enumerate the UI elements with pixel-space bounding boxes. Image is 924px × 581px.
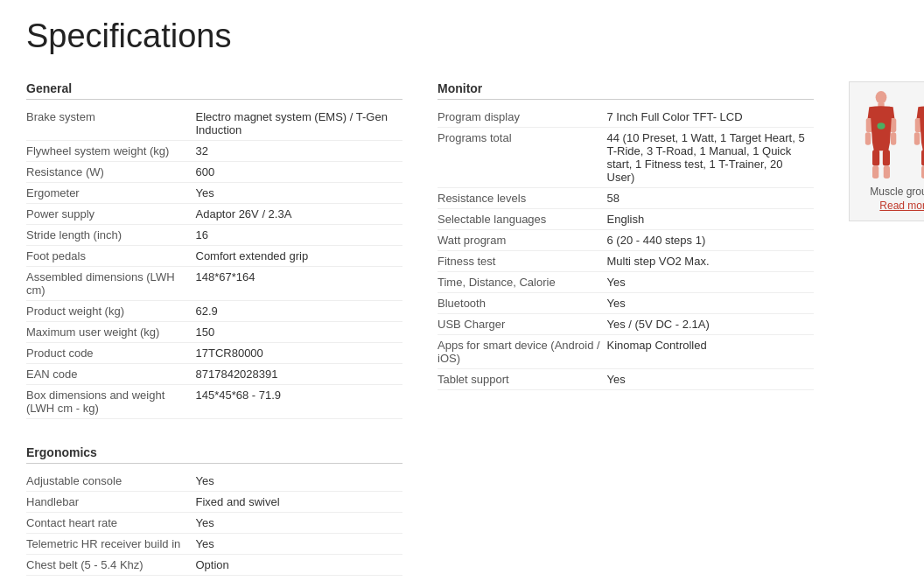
table-row: Bottle holderHolder & Bottle	[26, 576, 402, 582]
general-section-title: General	[26, 81, 402, 100]
spec-key: Tablet support	[438, 369, 607, 390]
svg-point-6	[877, 122, 885, 129]
spec-key: Resistance (W)	[26, 162, 196, 183]
ergonomics-section-title: Ergonomics	[26, 445, 402, 464]
table-row: Stride length (inch)16	[26, 225, 402, 246]
spec-value: 16	[196, 225, 403, 246]
muscle-figure	[858, 91, 924, 178]
spec-value: Option	[196, 555, 403, 576]
table-row: USB ChargerYes / (5V DC - 2.1A)	[438, 314, 814, 335]
table-row: Flywheel system weight (kg)32	[26, 141, 402, 162]
spec-value: Fixed and swivel	[196, 492, 403, 513]
svg-rect-5	[891, 132, 896, 145]
svg-rect-9	[872, 165, 878, 178]
spec-key: Ergometer	[26, 183, 196, 204]
spec-value: Adaptor 26V / 2.3A	[196, 204, 403, 225]
spec-key: Fitness test	[438, 251, 607, 272]
muscle-box: Muscle groups: Read more	[849, 81, 924, 221]
table-row: Tablet supportYes	[438, 369, 814, 390]
table-row: Chest belt (5 - 5.4 Khz)Option	[26, 555, 402, 576]
read-more-link[interactable]: Read more	[858, 200, 924, 212]
spec-key: USB Charger	[438, 314, 607, 335]
right-column: Monitor Program display7 Inch Full Color…	[438, 81, 814, 581]
spec-value: 32	[196, 141, 403, 162]
svg-rect-8	[883, 150, 890, 165]
spec-key: Product weight (kg)	[26, 301, 196, 322]
monitor-section-title: Monitor	[438, 81, 814, 100]
svg-rect-10	[884, 165, 890, 178]
spec-value: Yes	[196, 534, 403, 555]
spec-key: Power supply	[26, 204, 196, 225]
spec-key: Time, Distance, Calorie	[438, 272, 607, 293]
spec-value: Kinomap Controlled	[607, 335, 815, 369]
spec-value: Holder & Bottle	[196, 576, 403, 582]
spec-key: Foot pedals	[26, 246, 196, 267]
spec-key: Resistance levels	[438, 188, 607, 209]
table-row: Apps for smart device (Android / iOS)Kin…	[438, 335, 814, 369]
table-row: Assembled dimensions (LWH cm)148*67*164	[26, 267, 402, 301]
spec-key: Assembled dimensions (LWH cm)	[26, 267, 196, 301]
spec-key: Chest belt (5 - 5.4 Khz)	[26, 555, 196, 576]
spec-key: Contact heart rate	[26, 513, 196, 534]
table-row: Maximum user weight (kg)150	[26, 322, 402, 343]
spec-key: Bottle holder	[26, 576, 196, 582]
spec-key: Product code	[26, 343, 196, 364]
svg-rect-4	[865, 132, 871, 145]
spec-key: Selectable languages	[438, 209, 607, 230]
spec-key: Telemetric HR receiver build in	[26, 534, 196, 555]
left-column: General Brake systemElectro magnet syste…	[26, 81, 402, 581]
spec-key: Programs total	[438, 128, 607, 188]
table-row: Contact heart rateYes	[26, 513, 402, 534]
monitor-table: Program display7 Inch Full Color TFT- LC…	[438, 107, 814, 390]
table-row: Programs total44 (10 Preset, 1 Watt, 1 T…	[438, 128, 814, 188]
svg-rect-7	[872, 150, 879, 165]
body-front-icon	[859, 91, 903, 178]
table-row: Resistance (W)600	[26, 162, 402, 183]
spec-value: English	[607, 209, 815, 230]
table-row: Fitness testMulti step VO2 Max.	[438, 251, 814, 272]
page-title: Specifications	[26, 18, 898, 55]
table-row: Box dimensions and weight (LWH cm - kg)1…	[26, 385, 402, 419]
table-row: Product weight (kg)62.9	[26, 301, 402, 322]
table-row: EAN code8717842028391	[26, 364, 402, 385]
table-row: BluetoothYes	[438, 293, 814, 314]
spec-value: Yes	[196, 471, 403, 492]
spec-value: 600	[196, 162, 403, 183]
spec-key: Box dimensions and weight (LWH cm - kg)	[26, 385, 196, 419]
spec-value: Yes / (5V DC - 2.1A)	[607, 314, 815, 335]
spec-key: Handlebar	[26, 492, 196, 513]
table-row: Adjustable consoleYes	[26, 471, 402, 492]
spec-value: Yes	[607, 272, 815, 293]
svg-point-0	[876, 91, 887, 104]
spec-value: Yes	[607, 293, 815, 314]
table-row: Time, Distance, CalorieYes	[438, 272, 814, 293]
spec-value: Electro magnet system (EMS) / T-Gen Indu…	[196, 107, 403, 141]
spec-key: Watt program	[438, 230, 607, 251]
table-row: Brake systemElectro magnet system (EMS) …	[26, 107, 402, 141]
spec-value: Multi step VO2 Max.	[607, 251, 815, 272]
spec-value: 17TCR80000	[196, 343, 403, 364]
table-row: ErgometerYes	[26, 183, 402, 204]
table-row: HandlebarFixed and swivel	[26, 492, 402, 513]
ergonomics-table: Adjustable consoleYesHandlebarFixed and …	[26, 471, 402, 581]
spec-key: Apps for smart device (Android / iOS)	[438, 335, 607, 369]
table-row: Product code17TCR80000	[26, 343, 402, 364]
spec-key: Bluetooth	[438, 293, 607, 314]
spec-key: Brake system	[26, 107, 196, 141]
spec-value: 148*67*164	[196, 267, 403, 301]
spec-value: Yes	[607, 369, 815, 390]
spec-value: 44 (10 Preset, 1 Watt, 1 Target Heart, 5…	[607, 128, 815, 188]
spec-value: 145*45*68 - 71.9	[196, 385, 403, 419]
spec-key: Maximum user weight (kg)	[26, 322, 196, 343]
spec-key: EAN code	[26, 364, 196, 385]
table-row: Power supplyAdaptor 26V / 2.3A	[26, 204, 402, 225]
spec-value: Yes	[196, 513, 403, 534]
spec-value: 150	[196, 322, 403, 343]
spec-value: Comfort extended grip	[196, 246, 403, 267]
table-row: Program display7 Inch Full Color TFT- LC…	[438, 107, 814, 128]
spec-value: 58	[607, 188, 815, 209]
svg-rect-15	[914, 132, 920, 145]
spec-value: Yes	[196, 183, 403, 204]
table-row: Resistance levels58	[438, 188, 814, 209]
table-row: Foot pedalsComfort extended grip	[26, 246, 402, 267]
